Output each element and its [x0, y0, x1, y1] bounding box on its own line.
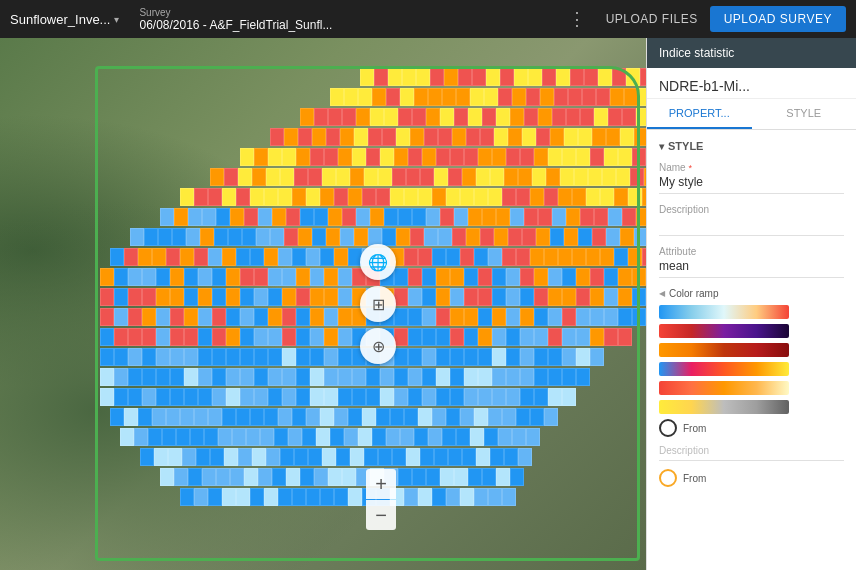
plot-cell	[310, 348, 324, 366]
plot-cell	[384, 108, 398, 126]
plot-cell	[604, 268, 618, 286]
plot-cell	[422, 268, 436, 286]
color-ramp-item-3[interactable]	[659, 343, 844, 357]
color-ramp-item-5[interactable]	[659, 381, 844, 395]
plot-cell	[252, 168, 266, 186]
plot-cell	[264, 188, 278, 206]
plot-cell	[328, 208, 342, 226]
plot-cell	[240, 148, 254, 166]
plot-cell	[478, 388, 492, 406]
plot-cell	[166, 408, 180, 426]
plot-cell	[606, 228, 620, 246]
plot-cell	[256, 228, 270, 246]
color-bar-1	[659, 305, 789, 319]
plot-cell	[114, 348, 128, 366]
plot-cell	[216, 208, 230, 226]
color-ramp-item-1[interactable]	[659, 305, 844, 319]
plot-cell	[596, 88, 610, 106]
plot-cell	[402, 68, 416, 86]
plot-cell	[334, 408, 348, 426]
plot-cell	[274, 428, 288, 446]
plot-cell	[572, 248, 586, 266]
zoom-out-button[interactable]: −	[366, 500, 396, 530]
upload-files-button[interactable]: UPLOAD FILES	[606, 12, 698, 26]
plot-cell	[298, 228, 312, 246]
plot-cell	[550, 228, 564, 246]
more-menu-icon[interactable]: ⋮	[568, 8, 586, 30]
plot-cell	[464, 268, 478, 286]
plot-cell	[114, 308, 128, 326]
plot-cell	[618, 328, 632, 346]
plot-cell	[174, 208, 188, 226]
plot-cell	[574, 168, 588, 186]
plot-cell	[436, 148, 450, 166]
plot-cell	[468, 108, 482, 126]
plot-cell	[552, 208, 566, 226]
color-ramp-label: Color ramp	[659, 288, 844, 299]
plot-cell	[506, 148, 520, 166]
plot-cell	[166, 248, 180, 266]
plot-cell	[128, 288, 142, 306]
map-view[interactable]: 🌐 ⊞ ⊕ + −	[0, 38, 646, 570]
plot-cell	[442, 428, 456, 446]
plot-cell	[620, 228, 634, 246]
plot-row	[160, 208, 646, 226]
project-name-section[interactable]: Sunflower_Inve... ▾	[10, 12, 119, 27]
globe-button[interactable]: 🌐	[360, 244, 396, 280]
plot-cell	[326, 228, 340, 246]
plot-cell	[394, 328, 408, 346]
plot-cell	[544, 188, 558, 206]
plot-cell	[212, 348, 226, 366]
plot-cell	[492, 388, 506, 406]
plot-cell	[478, 148, 492, 166]
pin-button[interactable]: ⊕	[360, 328, 396, 364]
plot-cell	[270, 228, 284, 246]
upload-survey-button[interactable]: UPLOAD SURVEY	[710, 6, 846, 32]
plot-cell	[590, 268, 604, 286]
color-ramp-item-4[interactable]	[659, 362, 844, 376]
plot-cell	[478, 328, 492, 346]
plot-cell	[282, 268, 296, 286]
plot-cell	[418, 488, 432, 506]
plot-cell	[404, 408, 418, 426]
plot-cell	[604, 328, 618, 346]
plot-cell	[340, 128, 354, 146]
plot-cell	[586, 248, 600, 266]
plot-cell	[272, 468, 286, 486]
plot-cell	[266, 448, 280, 466]
plot-cell	[170, 348, 184, 366]
plot-cell	[440, 468, 454, 486]
plot-cell	[418, 188, 432, 206]
plot-cell	[576, 368, 590, 386]
plot-cell	[356, 208, 370, 226]
plot-cell	[394, 288, 408, 306]
plot-cell	[488, 248, 502, 266]
plot-cell	[376, 408, 390, 426]
plot-cell	[490, 168, 504, 186]
project-chevron-icon: ▾	[114, 14, 119, 25]
plot-cell	[518, 168, 532, 186]
plot-cell	[548, 308, 562, 326]
plot-cell	[586, 188, 600, 206]
plot-cell	[110, 248, 124, 266]
tab-properties[interactable]: PROPERT...	[647, 99, 752, 129]
zoom-in-button[interactable]: +	[366, 469, 396, 499]
tab-style[interactable]: STYLE	[752, 99, 857, 129]
color-ramp-item-6[interactable]	[659, 400, 844, 414]
layers-button[interactable]: ⊞	[360, 286, 396, 322]
plot-cell	[254, 148, 268, 166]
plot-cell	[534, 288, 548, 306]
plot-cell	[268, 288, 282, 306]
plot-cell	[370, 108, 384, 126]
plot-cell	[268, 348, 282, 366]
plot-cell	[152, 248, 166, 266]
plot-cell	[338, 288, 352, 306]
plot-cell	[592, 228, 606, 246]
plot-cell	[306, 248, 320, 266]
color-ramp-item-2[interactable]	[659, 324, 844, 338]
plot-cell	[128, 268, 142, 286]
plot-cell	[536, 228, 550, 246]
plot-cell	[324, 268, 338, 286]
plot-cell	[510, 468, 524, 486]
plot-cell	[424, 228, 438, 246]
